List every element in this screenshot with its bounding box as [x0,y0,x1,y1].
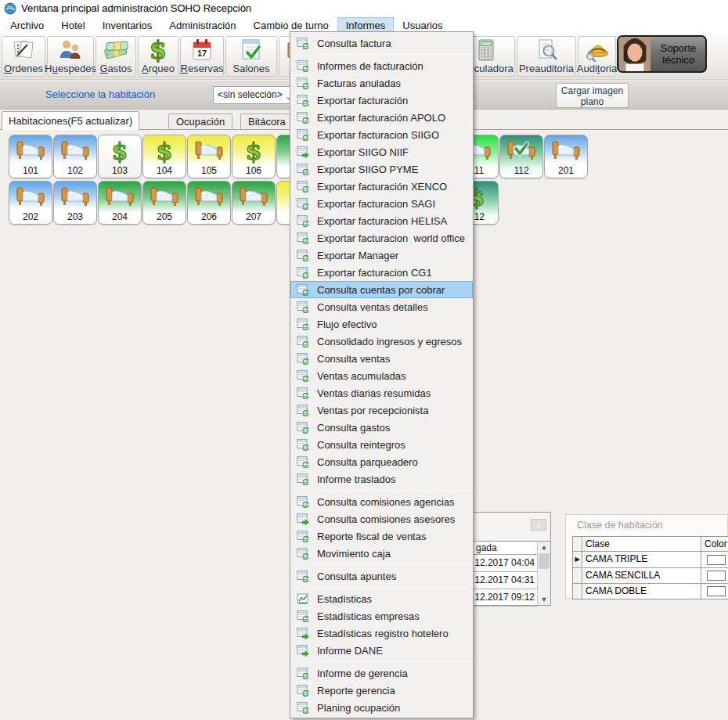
menu-item-ventas-diarias-resumidas[interactable]: Ventas diarias resumidas [290,384,473,401]
menu-item-consulta-reintegros[interactable]: Consulta reintegros [290,436,473,453]
menu-item-informes-de-facturacion[interactable]: Informes de facturación [290,57,473,74]
room-tile-112[interactable]: 112 [499,135,543,178]
menu-item-informe-de-gerencia[interactable]: Informe de gerencia [290,664,473,682]
arrival-row[interactable]: 12.2017 04:04 [464,555,537,572]
orders-icon [11,37,36,63]
menu-item-consulta-apuntes[interactable]: Consulta apuntes [290,567,473,585]
report-refresh-icon [297,59,309,72]
menu-item-exportar-manager[interactable]: Exportar Manager [290,247,473,264]
menu-item-label: Consulta factura [317,38,391,49]
scrollbar-thumb[interactable] [539,553,550,569]
menu-item-label: Estadísticas registro hotelero [317,628,449,639]
doc-magnifier-icon [534,37,559,63]
menu-item-label: Estadísticas [317,593,372,605]
load-floorplan-button[interactable]: Cargar imagen plano [556,83,629,108]
menu-item-ventas-por-recepcionista[interactable]: Ventas por recepcionista [290,401,473,419]
menu-item-flujo-efectivo[interactable]: Flujo efectivo [290,315,473,333]
tab-ocupacion[interactable]: Ocupación [168,113,232,130]
menu-item-consulta-comisiones-agencias[interactable]: Consulta comisiones agencias [290,493,473,510]
toolbar-button-salones[interactable]: Salones [225,36,277,77]
menu-item-exportar-facturacion-world-office[interactable]: Exportar facturacion world office [290,229,473,247]
toolbar-button-gastos[interactable]: Gastos [96,36,136,77]
menu-item-exportar-facturacion-apolo[interactable]: Exportar facturación APOLO [290,109,473,126]
report-refresh-icon [297,570,309,582]
menu-item-consulta-comisiones-asesores[interactable]: Consulta comisiones asesores [290,510,473,527]
scroll-down-icon[interactable]: ▼ [538,594,550,605]
menu-item-consulta-gastos[interactable]: Consulta gastos [290,419,473,436]
menu-item-movimiento-caja[interactable]: Movimiento caja [290,545,473,562]
menu-item-reporte-gerencia[interactable]: Reporte gerencia [290,682,473,699]
toolbar-button-preauditoria[interactable]: Preauditoria [517,36,576,77]
bed-icon [143,183,186,211]
menu-item-facturas-anuladas[interactable]: Facturas anuladas [290,74,473,92]
menu-item-exportar-siigo-niif[interactable]: Exportar SIIGO NIIF [290,143,473,160]
menu-separator [317,661,471,662]
menu-item-exportar-siigo-pyme[interactable]: Exportar SIIGO PYME [290,160,473,178]
room-tile-207[interactable]: 207 [232,181,276,225]
toolbar-button-auditoria[interactable]: Auditoria [578,36,616,77]
menu-item-consulta-factura[interactable]: Consulta factura [290,34,473,52]
menu-item-consulta-cuentas-por-cobrar[interactable]: Consulta cuentas por cobrar [290,281,473,298]
room-tile-105[interactable]: 105 [187,135,231,178]
menu-item-exportar-facturacion[interactable]: Exportar facturación [290,92,473,109]
room-tile-104[interactable]: $104 [142,135,186,178]
toolbar-button-arqueo[interactable]: $Arqueo [138,36,178,77]
menu-item-exportar-facturacion-sagi[interactable]: Exportar facturacion SAGI [290,195,473,212]
room-tile-204[interactable]: 204 [98,181,142,225]
room-tile-102[interactable]: 102 [53,135,97,178]
report-refresh-icon [297,94,309,106]
menubar-item-inventarios[interactable]: Inventarios [94,17,161,34]
dollar-icon: $ [146,37,170,63]
arrivals-scrollbar[interactable]: ▲ ▼ [537,542,550,605]
room-tile-103[interactable]: $103 [98,135,142,178]
menu-item-estadisticas-registro-hotelero[interactable]: Estadísticas registro hotelero [290,625,473,642]
menu-item-estadisticas-empresas[interactable]: Estadísticas empresas [290,607,473,625]
support-button[interactable]: Soporte técnico [617,35,707,73]
menubar-item-archivo[interactable]: Archivo [2,17,52,34]
menu-item-planing-ocupacion[interactable]: Planing ocupación [290,699,473,716]
tab-habitaciones[interactable]: Habitaciones(F5 actualizar) [2,111,139,130]
room-class-row[interactable]: CAMA DOBLEC [573,583,728,599]
menubar-item-hotel[interactable]: Hotel [52,17,93,34]
room-class-row[interactable]: ▶CAMA TRIPLEC [573,552,728,567]
menu-item-exportar-facturacion-helisa[interactable]: Exportar facturacion HELISA [290,212,473,229]
toolbar-button-ordenes[interactable]: Ordenes [2,36,45,77]
menu-item-consulta-ventas-detalles[interactable]: Consulta ventas detalles [290,298,473,315]
color-swatch[interactable] [707,571,726,581]
menu-item-exportar-facturacion-siigo[interactable]: Exportar facturacion SIIGO [290,126,473,143]
toolbar-button-reservas[interactable]: 17Reservas [180,36,224,77]
menu-item-consulta-parqueadero[interactable]: Consulta parqueadero [290,453,473,470]
menu-item-reporte-fiscal-de-ventas[interactable]: Reporte fiscal de ventas [290,527,473,545]
menu-item-exportar-facturacion-cg1[interactable]: Exportar facturacion CG1 [290,264,473,281]
room-tile-201[interactable]: 201 [544,135,588,178]
menu-item-estadisticas[interactable]: Estadísticas [290,590,473,607]
arrivals-column-header: gada [464,542,537,555]
arrival-row[interactable]: 12.2017 04:31 [464,572,537,589]
report-refresh-icon [297,318,309,330]
room-class-row[interactable]: CAMA SENCILLAC [573,567,728,583]
room-tile-202[interactable]: 202 [9,181,52,225]
menu-item-informe-dane[interactable]: Informe DANE [290,642,473,659]
menu-item-exportar-facturacion-xenco[interactable]: Exportar facturación XENCO [290,178,473,195]
room-tile-101[interactable]: 101 [9,135,52,178]
close-icon[interactable]: x [531,519,546,531]
room-tile-206[interactable]: 206 [187,181,231,225]
toolbar-button-label: Salones [233,63,270,74]
room-tile-203[interactable]: 203 [53,181,97,225]
room-tile-205[interactable]: 205 [142,181,186,225]
tab-bitacora[interactable]: Bitácora [240,113,294,130]
room-tile-106[interactable]: $106 [232,135,276,178]
color-swatch[interactable] [707,555,726,565]
arrival-row[interactable]: 12.2017 09:12 [464,589,537,607]
dollar-tile-icon: $ [232,137,275,165]
menu-item-consulta-ventas[interactable]: Consulta ventas [290,350,473,367]
color-swatch[interactable] [707,586,726,596]
menubar-item-administracion[interactable]: Administración [160,17,244,34]
menu-item-consolidado-ingresos-y-egresos[interactable]: Consolidado ingresos y egresos [290,333,473,350]
report-refresh-icon [297,547,309,560]
menu-item-informe-traslados[interactable]: Informe traslados [290,470,473,488]
toolbar-button-huespedes[interactable]: Huespedes [47,36,94,77]
room-select-combobox[interactable]: <sin selección> ⌄ [213,86,296,104]
menu-item-ventas-acumuladas[interactable]: Ventas acumuladas [290,367,473,384]
scroll-up-icon[interactable]: ▲ [538,542,550,553]
